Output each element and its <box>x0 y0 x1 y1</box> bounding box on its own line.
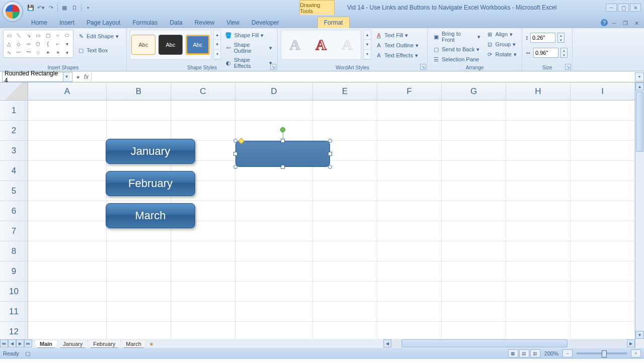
cell[interactable] <box>235 302 313 322</box>
shape-star6-icon[interactable]: ✶ <box>53 48 62 56</box>
shape-arrow-icon[interactable]: ↘ <box>24 31 33 39</box>
cell[interactable] <box>107 302 171 322</box>
dialog-launcher-wordart[interactable]: ↘ <box>420 64 426 70</box>
column-header-F[interactable]: F <box>377 82 442 101</box>
wordart-style-2[interactable]: A <box>309 34 333 56</box>
cell[interactable] <box>28 322 107 339</box>
cell[interactable] <box>442 241 506 261</box>
cell[interactable] <box>28 201 107 221</box>
cell[interactable] <box>313 241 377 261</box>
cell[interactable] <box>171 282 235 302</box>
shape-connector-icon[interactable]: ⌐ <box>53 40 62 48</box>
cell[interactable] <box>235 181 313 201</box>
zoom-in-button[interactable]: + <box>631 349 641 357</box>
rotate-button[interactable]: ⟳Rotate ▾ <box>485 50 519 59</box>
cell[interactable] <box>28 141 107 161</box>
cell[interactable] <box>442 322 506 339</box>
prev-sheet-button[interactable]: ◀ <box>8 339 16 347</box>
text-box-button[interactable]: ▢Text Box <box>75 46 121 55</box>
scroll-right-button[interactable]: ▶ <box>627 339 635 347</box>
save-icon[interactable]: 💾 <box>26 3 35 12</box>
cell[interactable] <box>377 101 442 121</box>
cell[interactable] <box>377 141 442 161</box>
cell[interactable] <box>442 221 506 241</box>
dialog-launcher-shape-styles[interactable]: ↘ <box>270 64 276 70</box>
width-spinner[interactable]: ▲▼ <box>560 48 568 58</box>
cell[interactable] <box>442 141 506 161</box>
shape-curve-icon[interactable]: ∿ <box>5 48 14 56</box>
cell[interactable] <box>235 101 313 121</box>
cell[interactable] <box>107 101 171 121</box>
name-box-dropdown-icon[interactable]: ▼ <box>63 72 70 81</box>
cell[interactable] <box>506 181 571 201</box>
cell[interactable] <box>442 282 506 302</box>
zoom-slider[interactable] <box>577 352 627 354</box>
cell[interactable] <box>377 181 442 201</box>
row-header-2[interactable]: 2 <box>0 121 28 141</box>
normal-view-button[interactable]: ▦ <box>508 349 518 357</box>
scroll-up-icon[interactable]: ▲ <box>364 30 371 40</box>
cell[interactable] <box>377 221 442 241</box>
column-header-A[interactable]: A <box>28 82 107 101</box>
cell[interactable] <box>171 322 235 339</box>
cell[interactable] <box>442 121 506 141</box>
name-box[interactable]: Rounded Rectangle 4▼ <box>2 72 72 82</box>
cell[interactable] <box>442 302 506 322</box>
column-header-B[interactable]: B <box>107 82 171 101</box>
column-header-I[interactable]: I <box>571 82 635 101</box>
row-header-1[interactable]: 1 <box>0 101 28 121</box>
cell[interactable] <box>571 282 635 302</box>
cell[interactable] <box>442 181 506 201</box>
tab-developer[interactable]: Developer <box>246 17 285 28</box>
cell[interactable] <box>107 121 171 141</box>
wordart-style-1[interactable]: A <box>283 34 306 56</box>
tab-home[interactable]: Home <box>25 17 53 28</box>
tab-insert[interactable]: Insert <box>53 17 80 28</box>
shape-oval-icon[interactable]: ○ <box>53 31 62 39</box>
tab-data[interactable]: Data <box>164 17 188 28</box>
group-button[interactable]: ⊡Group ▾ <box>485 40 519 49</box>
cell[interactable] <box>571 121 635 141</box>
shape-triangle-icon[interactable]: △ <box>5 40 14 48</box>
cell[interactable] <box>571 181 635 201</box>
shape-height-input[interactable] <box>530 33 555 43</box>
cell[interactable] <box>506 302 571 322</box>
row-header-8[interactable]: 8 <box>0 241 28 261</box>
shape-pill-icon[interactable]: ⬭ <box>63 31 72 39</box>
wordart-scroll[interactable]: ▲▼▾ <box>363 30 371 60</box>
scroll-down-icon[interactable]: ▼ <box>214 40 220 49</box>
zoom-level[interactable]: 200% <box>544 350 558 356</box>
cell[interactable] <box>313 121 377 141</box>
cell[interactable] <box>313 322 377 339</box>
hscroll-thumb[interactable] <box>401 339 568 347</box>
cell[interactable] <box>171 121 235 141</box>
row-header-9[interactable]: 9 <box>0 261 28 282</box>
cell[interactable] <box>107 261 171 282</box>
maximize-button[interactable]: ▢ <box>618 4 629 12</box>
macro-record-icon[interactable]: ▢ <box>25 350 30 357</box>
hscroll-track[interactable] <box>391 339 627 347</box>
formula-bar-input[interactable] <box>94 72 635 81</box>
gallery-more-icon[interactable]: ▾ <box>214 50 220 59</box>
shape-rect-icon[interactable]: ▭ <box>34 31 43 39</box>
row-header-7[interactable]: 7 <box>0 221 28 241</box>
cell[interactable] <box>171 241 235 261</box>
wordart-gallery[interactable]: A A A <box>281 30 361 60</box>
shape-width-input[interactable] <box>533 48 558 58</box>
shape-star5-icon[interactable]: ✦ <box>43 48 52 56</box>
cell[interactable] <box>28 261 107 282</box>
shape-arrowright-icon[interactable]: ⇨ <box>24 40 33 48</box>
cell[interactable] <box>313 261 377 282</box>
cell[interactable] <box>171 302 235 322</box>
selected-rounded-rectangle[interactable] <box>235 141 330 167</box>
cell[interactable] <box>28 121 107 141</box>
cell[interactable] <box>506 221 571 241</box>
select-all-corner[interactable] <box>0 82 28 101</box>
resize-handle-w[interactable] <box>233 152 237 156</box>
first-sheet-button[interactable]: ⏮ <box>0 339 8 347</box>
tab-review[interactable]: Review <box>189 17 220 28</box>
cell[interactable] <box>571 141 635 161</box>
resize-handle-n[interactable] <box>281 139 285 143</box>
tab-page-layout[interactable]: Page Layout <box>80 17 126 28</box>
undo-icon[interactable]: ↶▾ <box>36 3 45 12</box>
